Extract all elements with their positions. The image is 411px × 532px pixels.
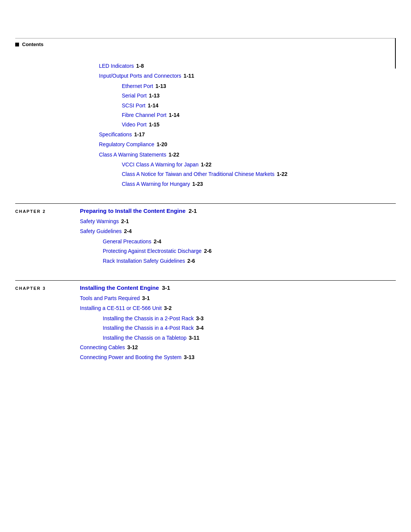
toc-entry-general-precautions: General Precautions 2-4 — [103, 237, 396, 246]
toc-page-safety-warnings: 2-1 — [121, 217, 129, 225]
toc-link-esd[interactable]: Protecting Against Electrostatic Dischar… — [103, 247, 202, 255]
toc-link-safety-guidelines[interactable]: Safety Guidelines — [80, 227, 122, 235]
toc-page-vcci: 1-22 — [201, 160, 212, 169]
toc-link-vcci[interactable]: VCCI Class A Warning for Japan — [122, 160, 199, 169]
toc-link-tabletop[interactable]: Installing the Chassis on a Tabletop — [103, 334, 186, 342]
toc-entry-tabletop: Installing the Chassis on a Tabletop 3-1… — [103, 334, 396, 342]
toc-link-serial[interactable]: Serial Port — [122, 91, 147, 100]
toc-page-scsi: 1-14 — [148, 101, 158, 110]
chapter3-section: CHAPTER 3 Installing the Content Engine … — [15, 280, 396, 362]
toc-page-io-ports: 1-11 — [183, 72, 194, 80]
toc-entry-4post: Installing the Chassis in a 4-Post Rack … — [103, 324, 396, 332]
toc-link-ce511[interactable]: Installing a CE-511 or CE-566 Unit — [80, 304, 162, 312]
chapter2-page: 2-1 — [189, 208, 197, 214]
toc-link-scsi[interactable]: SCSI Port — [122, 101, 145, 110]
toc-entry-esd: Protecting Against Electrostatic Dischar… — [103, 247, 396, 255]
chapter2-section: CHAPTER 2 Preparing to Install the Conte… — [15, 203, 396, 265]
toc-entry-hungary: Class A Warning for Hungary 1-23 — [122, 180, 396, 188]
toc-page-ce511: 3-2 — [164, 304, 172, 312]
toc-page-fibre: 1-14 — [169, 111, 180, 119]
toc-page-video: 1-15 — [149, 120, 159, 129]
toc-entry-2post: Installing the Chassis in a 2-Post Rack … — [103, 314, 396, 323]
top-right-bar — [395, 38, 396, 69]
toc-entry-specs: Specifications 1-17 — [99, 130, 396, 139]
chapter2-entries: Safety Warnings 2-1 Safety Guidelines 2-… — [80, 217, 396, 265]
toc-link-taiwan[interactable]: Class A Notice for Taiwan and Other Trad… — [122, 170, 274, 178]
toc-link-cables[interactable]: Connecting Cables — [80, 343, 125, 351]
toc-link-hungary[interactable]: Class A Warning for Hungary — [122, 180, 190, 188]
toc-link-power[interactable]: Connecting Power and Booting the System — [80, 353, 182, 361]
toc-content: LED Indicators 1-8 Input/Output Ports an… — [0, 62, 411, 188]
toc-page-specs: 1-17 — [134, 130, 145, 139]
header-title: Contents — [22, 42, 43, 47]
toc-entry-io-ports: Input/Output Ports and Connectors 1-11 — [99, 72, 396, 80]
toc-entry-ce511: Installing a CE-511 or CE-566 Unit 3-2 — [80, 304, 396, 312]
toc-entry-serial: Serial Port 1-13 — [122, 91, 396, 100]
toc-page-esd: 2-6 — [204, 247, 212, 255]
toc-entry-ethernet: Ethernet Port 1-13 — [122, 82, 396, 90]
toc-page-led: 1-8 — [136, 62, 144, 70]
toc-entry-fibre: Fibre Channel Port 1-14 — [122, 111, 396, 119]
toc-link-ethernet[interactable]: Ethernet Port — [122, 82, 153, 90]
toc-link-safety-warnings[interactable]: Safety Warnings — [80, 217, 119, 225]
toc-page-tools: 3-1 — [142, 294, 150, 302]
toc-link-4post[interactable]: Installing the Chassis in a 4-Post Rack — [103, 324, 194, 332]
toc-page-rack-safety: 2-6 — [187, 257, 195, 265]
toc-link-class-a[interactable]: Class A Warning Statements — [99, 150, 166, 159]
toc-entry-led: LED Indicators 1-8 — [99, 62, 396, 70]
toc-page-serial: 1-13 — [149, 91, 159, 100]
toc-entry-regulatory: Regulatory Compliance 1-20 — [99, 140, 396, 149]
toc-entry-tools: Tools and Parts Required 3-1 — [80, 294, 396, 302]
chapter3-entries: Tools and Parts Required 3-1 Installing … — [80, 294, 396, 362]
toc-entry-power: Connecting Power and Booting the System … — [80, 353, 396, 361]
toc-link-fibre[interactable]: Fibre Channel Port — [122, 111, 167, 119]
toc-link-general-precautions[interactable]: General Precautions — [103, 237, 151, 246]
toc-entry-taiwan: Class A Notice for Taiwan and Other Trad… — [122, 170, 396, 178]
toc-page-cables: 3-12 — [127, 343, 138, 351]
toc-entry-scsi: SCSI Port 1-14 — [122, 101, 396, 110]
toc-page-ethernet: 1-13 — [156, 82, 166, 90]
toc-link-2post[interactable]: Installing the Chassis in a 2-Post Rack — [103, 314, 194, 323]
toc-entry-rack-safety: Rack Installation Safety Guidelines 2-6 — [103, 257, 396, 265]
chapter2-header: CHAPTER 2 Preparing to Install the Conte… — [15, 203, 396, 214]
toc-page-general-precautions: 2-4 — [154, 237, 161, 246]
chapter2-label: CHAPTER 2 — [15, 209, 80, 214]
toc-link-regulatory[interactable]: Regulatory Compliance — [99, 140, 155, 149]
toc-entry-safety-warnings: Safety Warnings 2-1 — [80, 217, 396, 225]
toc-entry-vcci: VCCI Class A Warning for Japan 1-22 — [122, 160, 396, 169]
toc-link-io-ports[interactable]: Input/Output Ports and Connectors — [99, 72, 181, 80]
chapter3-page: 3-1 — [162, 284, 170, 291]
toc-page-regulatory: 1-20 — [157, 140, 167, 149]
toc-page-tabletop: 3-11 — [189, 334, 199, 342]
toc-page-hungary: 1-23 — [192, 180, 203, 188]
toc-page-power: 3-13 — [184, 353, 194, 361]
toc-page-2post: 3-3 — [196, 314, 204, 323]
toc-link-specs[interactable]: Specifications — [99, 130, 132, 139]
toc-page-4post: 3-4 — [196, 324, 204, 332]
toc-page-class-a: 1-22 — [169, 150, 179, 159]
toc-link-rack-safety[interactable]: Rack Installation Safety Guidelines — [103, 257, 185, 265]
toc-page-safety-guidelines: 2-4 — [124, 227, 132, 235]
header-square-icon — [15, 43, 19, 46]
toc-link-led[interactable]: LED Indicators — [99, 62, 134, 70]
toc-entry-safety-guidelines: Safety Guidelines 2-4 — [80, 227, 396, 235]
chapter3-title[interactable]: Installing the Content Engine — [80, 284, 159, 291]
chapter3-label: CHAPTER 3 — [15, 286, 80, 291]
toc-entry-video: Video Port 1-15 — [122, 120, 396, 129]
toc-link-tools[interactable]: Tools and Parts Required — [80, 294, 140, 302]
page-header: Contents — [0, 38, 411, 50]
chapter3-header: CHAPTER 3 Installing the Content Engine … — [15, 280, 396, 291]
page-container: Contents LED Indicators 1-8 Input/Output… — [0, 38, 411, 532]
toc-page-taiwan: 1-22 — [277, 170, 287, 178]
toc-link-video[interactable]: Video Port — [122, 120, 147, 129]
toc-entry-cables: Connecting Cables 3-12 — [80, 343, 396, 351]
toc-entry-class-a: Class A Warning Statements 1-22 — [99, 150, 396, 159]
chapter2-title[interactable]: Preparing to Install the Content Engine — [80, 208, 186, 214]
